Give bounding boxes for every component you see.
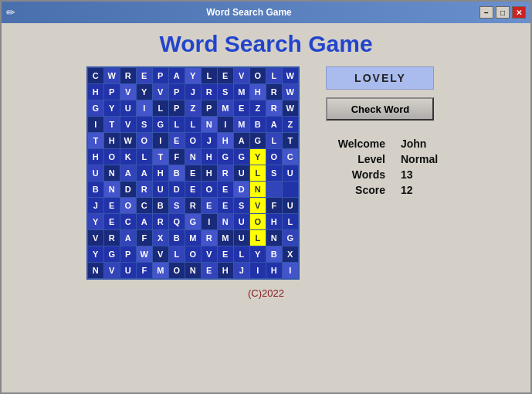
cell[interactable]: B	[169, 230, 185, 246]
cell[interactable]: V	[153, 246, 168, 262]
cell[interactable]: J	[202, 133, 217, 148]
cell[interactable]: F	[137, 230, 152, 246]
cell[interactable]: W	[283, 100, 298, 116]
cell[interactable]: O	[266, 149, 282, 165]
cell[interactable]: N	[88, 263, 103, 278]
cell[interactable]: H	[202, 165, 217, 181]
cell[interactable]: M	[218, 100, 233, 116]
cell[interactable]: O	[250, 214, 266, 229]
cell[interactable]: Q	[169, 214, 185, 229]
cell[interactable]: V	[120, 84, 136, 100]
cell[interactable]: E	[218, 68, 233, 83]
cell[interactable]: Y	[250, 246, 266, 262]
cell[interactable]: G	[234, 149, 249, 165]
cell[interactable]: O	[202, 182, 217, 197]
cell[interactable]: M	[185, 230, 201, 246]
cell[interactable]: L	[250, 165, 266, 181]
cell[interactable]: V	[88, 230, 103, 246]
cell[interactable]: I	[283, 263, 298, 278]
cell[interactable]: Y	[185, 68, 201, 83]
cell[interactable]: H	[218, 263, 233, 278]
cell[interactable]: U	[234, 214, 249, 229]
cell[interactable]: M	[153, 263, 168, 278]
cell[interactable]: I	[137, 100, 152, 116]
cell[interactable]: Y	[88, 246, 103, 262]
cell[interactable]: M	[218, 230, 233, 246]
cell[interactable]: N	[266, 230, 282, 246]
cell[interactable]: I	[250, 263, 266, 278]
cell[interactable]: E	[185, 165, 201, 181]
cell[interactable]: F	[169, 149, 185, 165]
cell[interactable]: V	[250, 198, 266, 213]
cell[interactable]: R	[202, 230, 217, 246]
maximize-button[interactable]: □	[496, 6, 510, 19]
cell[interactable]: J	[234, 263, 249, 278]
cell[interactable]: E	[218, 246, 233, 262]
cell[interactable]: U	[283, 165, 298, 181]
cell[interactable]: P	[120, 246, 136, 262]
cell[interactable]: D	[120, 182, 136, 197]
cell[interactable]: A	[120, 165, 136, 181]
cell[interactable]: S	[266, 165, 282, 181]
cell[interactable]: N	[185, 263, 201, 278]
cell[interactable]: I	[202, 214, 217, 229]
cell[interactable]: Y	[250, 149, 266, 165]
cell[interactable]: T	[104, 117, 120, 132]
cell[interactable]: X	[283, 246, 298, 262]
cell[interactable]: I	[218, 117, 233, 132]
cell[interactable]: M	[234, 117, 249, 132]
cell[interactable]: K	[120, 149, 136, 165]
cell[interactable]: O	[185, 133, 201, 148]
cell[interactable]: R	[218, 165, 233, 181]
cell[interactable]: L	[169, 246, 185, 262]
cell[interactable]: F	[266, 198, 282, 213]
cell[interactable]: S	[137, 117, 152, 132]
cell[interactable]: Y	[88, 214, 103, 229]
cell[interactable]: U	[283, 198, 298, 213]
cell[interactable]: A	[169, 68, 185, 83]
cell[interactable]: R	[120, 68, 136, 83]
cell[interactable]: N	[185, 149, 201, 165]
cell[interactable]: B	[169, 165, 185, 181]
cell[interactable]: T	[88, 133, 103, 148]
close-button[interactable]: ✕	[512, 6, 526, 19]
cell[interactable]: D	[234, 182, 249, 197]
cell[interactable]: R	[153, 214, 168, 229]
cell[interactable]: J	[88, 198, 103, 213]
cell[interactable]: E	[169, 133, 185, 148]
cell[interactable]: R	[185, 198, 201, 213]
cell[interactable]: E	[202, 198, 217, 213]
cell[interactable]: E	[137, 68, 152, 83]
cell[interactable]: C	[88, 68, 103, 83]
cell[interactable]: E	[218, 182, 233, 197]
cell[interactable]: W	[283, 68, 298, 83]
cell[interactable]: P	[169, 84, 185, 100]
cell[interactable]: Z	[250, 100, 266, 116]
cell[interactable]: R	[104, 230, 120, 246]
cell[interactable]: L	[266, 68, 282, 83]
cell[interactable]: H	[250, 84, 266, 100]
cell[interactable]: L	[153, 100, 168, 116]
cell[interactable]: W	[283, 84, 298, 100]
cell[interactable]: Y	[137, 84, 152, 100]
cell[interactable]: O	[185, 246, 201, 262]
cell[interactable]: I	[88, 117, 103, 132]
cell[interactable]: O	[169, 263, 185, 278]
cell[interactable]: V	[104, 263, 120, 278]
cell[interactable]: G	[185, 214, 201, 229]
cell[interactable]: L	[169, 117, 185, 132]
cell[interactable]: R	[266, 100, 282, 116]
cell[interactable]: E	[218, 198, 233, 213]
cell[interactable]: N	[104, 165, 120, 181]
minimize-button[interactable]: −	[479, 6, 493, 19]
cell[interactable]: E	[185, 182, 201, 197]
cell[interactable]: H	[266, 263, 282, 278]
cell[interactable]	[283, 182, 298, 197]
cell[interactable]: T	[283, 133, 298, 148]
cell[interactable]: P	[153, 68, 168, 83]
cell[interactable]: O	[104, 149, 120, 165]
cell[interactable]: G	[153, 117, 168, 132]
cell[interactable]: H	[88, 84, 103, 100]
cell[interactable]: D	[169, 182, 185, 197]
cell[interactable]: L	[250, 230, 266, 246]
